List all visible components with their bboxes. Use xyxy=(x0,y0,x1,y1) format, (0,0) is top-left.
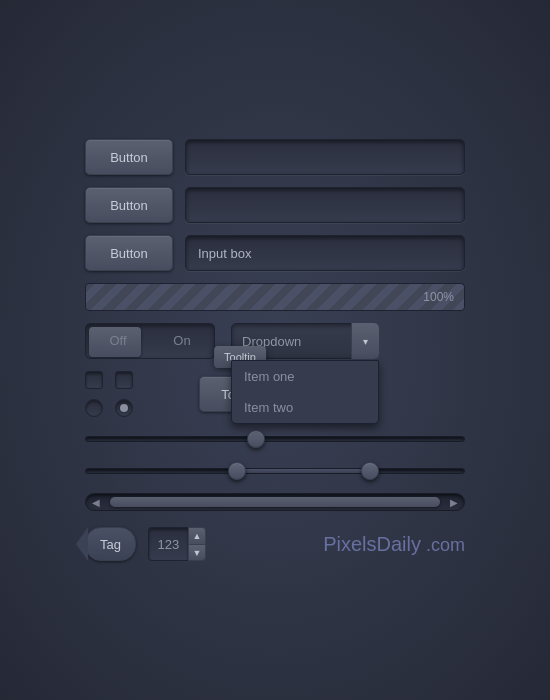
input-field-1[interactable] xyxy=(185,139,465,175)
scrollbar-left-arrow[interactable]: ◀ xyxy=(86,494,106,510)
button-input-row-1: Button xyxy=(85,139,465,175)
tag[interactable]: Tag xyxy=(85,527,136,561)
radio-pair xyxy=(85,399,133,417)
spinner-input[interactable] xyxy=(148,527,188,561)
dropdown-item-1[interactable]: Item one xyxy=(232,361,378,392)
range-thumb-left[interactable] xyxy=(228,462,246,480)
toggle-off-label[interactable]: Off xyxy=(86,323,150,359)
checkbox-2[interactable] xyxy=(115,371,133,389)
radio-2[interactable] xyxy=(115,399,133,417)
scrollbar[interactable]: ◀ ▶ xyxy=(85,493,465,511)
brand-name: PixelsDaily xyxy=(323,533,421,555)
tag-arrow-icon xyxy=(76,527,88,561)
brand: PixelsDaily .com xyxy=(323,533,465,556)
spinner-buttons: ▲ ▼ xyxy=(188,527,206,561)
checkbox-pair-1 xyxy=(85,371,133,389)
range-slider-track[interactable] xyxy=(85,468,465,474)
tag-label: Tag xyxy=(100,537,121,552)
slider-1-thumb[interactable] xyxy=(247,430,265,448)
progress-bar-fill xyxy=(86,284,464,310)
input-field-2[interactable] xyxy=(185,187,465,223)
progress-label: 100% xyxy=(423,290,454,304)
button-3[interactable]: Button xyxy=(85,235,173,271)
spinner-up-button[interactable]: ▲ xyxy=(188,527,206,544)
button-input-row-2: Button xyxy=(85,187,465,223)
dropdown-item-2[interactable]: Item two xyxy=(232,392,378,423)
dropdown-menu: Item one Item two xyxy=(231,360,379,424)
bottom-row: Tag ▲ ▼ PixelsDaily .com xyxy=(85,527,465,561)
button-2[interactable]: Button xyxy=(85,187,173,223)
button-input-row-3: Button xyxy=(85,235,465,271)
spinner: ▲ ▼ xyxy=(148,527,206,561)
brand-suffix: .com xyxy=(421,535,465,555)
scrollbar-right-arrow[interactable]: ▶ xyxy=(444,494,464,510)
checkbox-1[interactable] xyxy=(85,371,103,389)
dropdown-arrow-icon[interactable]: ▾ xyxy=(351,323,379,359)
radio-1[interactable] xyxy=(85,399,103,417)
spinner-down-button[interactable]: ▼ xyxy=(188,544,206,561)
input-field-3[interactable] xyxy=(185,235,465,271)
toggle-on-label[interactable]: On xyxy=(150,323,214,359)
slider-1-container xyxy=(85,429,465,449)
range-thumb-right[interactable] xyxy=(361,462,379,480)
range-slider-container xyxy=(85,461,465,481)
progress-bar: 100% xyxy=(85,283,465,311)
toggle-switch[interactable]: Off On xyxy=(85,323,215,359)
checkbox-group xyxy=(85,371,133,417)
scrollbar-thumb[interactable] xyxy=(110,497,440,507)
toggle-dropdown-row: Off On Dropdown ▾ Item one Item two xyxy=(85,323,465,359)
range-slider-fill xyxy=(237,469,369,473)
button-1[interactable]: Button xyxy=(85,139,173,175)
slider-1-track[interactable] xyxy=(85,436,465,442)
